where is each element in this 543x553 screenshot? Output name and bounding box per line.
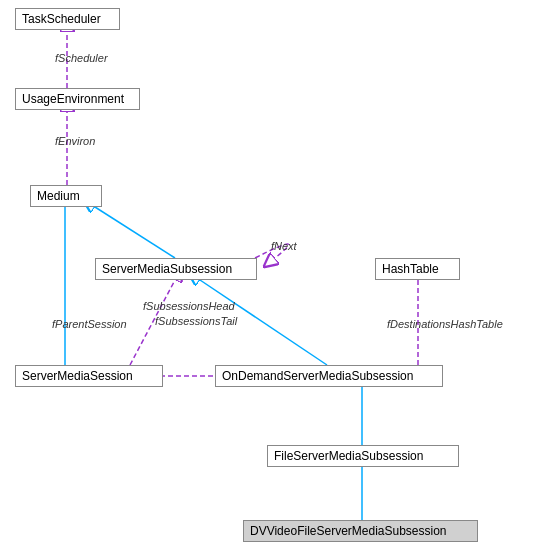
node-hashtable: HashTable xyxy=(375,258,460,280)
label-fdestinationshashtable: fDestinationsHashTable xyxy=(387,318,503,330)
label-fparentsession: fParentSession xyxy=(52,318,127,330)
label-fenviron: fEnviron xyxy=(55,135,95,147)
node-servermediasession: ServerMediaSession xyxy=(15,365,163,387)
node-fileservermediasubsession: FileServerMediaSubsession xyxy=(267,445,459,467)
node-medium: Medium xyxy=(30,185,102,207)
label-fnext: fNext xyxy=(271,240,297,252)
node-ondemandservermediasubsession: OnDemandServerMediaSubsession xyxy=(215,365,443,387)
label-fscheduler: fScheduler xyxy=(55,52,108,64)
node-taskscheduler: TaskScheduler xyxy=(15,8,120,30)
arrows-svg xyxy=(0,0,543,553)
diagram-container: TaskScheduler UsageEnvironment Medium Se… xyxy=(0,0,543,553)
svg-line-6 xyxy=(95,207,175,258)
node-servermediasubsession: ServerMediaSubsession xyxy=(95,258,257,280)
node-usageenvironment: UsageEnvironment xyxy=(15,88,140,110)
node-dvvideofileservermediasubsession: DVVideoFileServerMediaSubsession xyxy=(243,520,478,542)
label-fsubsessionshead: fSubsessionsHead xyxy=(143,300,235,312)
label-fsubsessionstail: fSubsessionsTail xyxy=(155,315,237,327)
